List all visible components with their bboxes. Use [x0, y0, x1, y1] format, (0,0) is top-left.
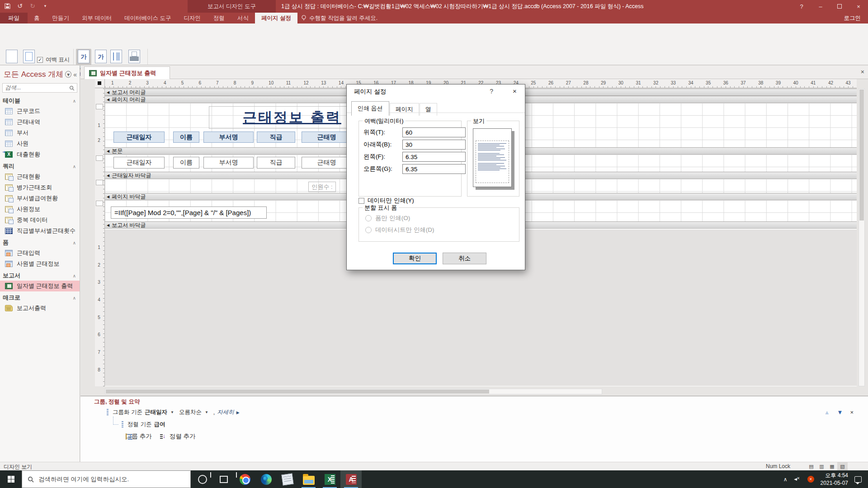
nav-search-box[interactable]: 검색... — [2, 83, 77, 93]
nav-item-일자별 근태정보 출력[interactable]: 일자별 근태정보 출력 — [0, 281, 80, 291]
ribbon-tab-페이지 설정[interactable]: 페이지 설정 — [255, 13, 297, 23]
nav-item-근태내역[interactable]: 근태내역 — [0, 117, 80, 127]
cancel-button[interactable]: 취소 — [443, 253, 486, 264]
save-icon[interactable] — [4, 2, 11, 10]
nav-section-header-보고서[interactable]: 보고서∧ — [0, 269, 80, 281]
show-margins-checkbox[interactable]: ✓ 여백 표시 — [37, 56, 70, 64]
ribbon-tab-파일[interactable]: 파일 — [0, 13, 28, 23]
section-resize-stub[interactable] — [96, 201, 103, 206]
ribbon-tab-외부 데이터[interactable]: 외부 데이터 — [75, 13, 118, 23]
collapse-chevron-icon[interactable]: ∧ — [73, 240, 76, 245]
taskbar-clock[interactable]: 오후 4:54 2021-05-07 — [821, 472, 848, 486]
collapse-chevron-icon[interactable]: ∧ — [73, 296, 76, 300]
add-sort-button[interactable]: 정렬 추가 — [160, 432, 196, 441]
count-label[interactable]: 인원수 : — [308, 182, 336, 192]
nav-item-보고서출력[interactable]: 보고서출력 — [0, 303, 80, 314]
delete-group-icon[interactable]: × — [850, 409, 854, 416]
collapse-chevron-icon[interactable]: ∧ — [73, 99, 76, 103]
tray-alert-icon[interactable]: × — [807, 476, 814, 483]
ribbon-tab-디자인[interactable]: 디자인 — [177, 13, 207, 23]
sort-field-dropdown[interactable]: 급여 — [154, 421, 165, 428]
margin-input-아래쪽(B):[interactable] — [402, 140, 466, 150]
minimize-icon[interactable]: – — [811, 0, 830, 13]
dialog-tab-열[interactable]: 열 — [420, 103, 437, 116]
document-close-icon[interactable]: × — [861, 68, 864, 75]
nav-section-header-매크로[interactable]: 매크로∧ — [0, 291, 80, 303]
detail-field-근태명[interactable]: 근태명 — [302, 157, 352, 169]
print-datasheet-only-radio[interactable]: 데이터시트만 인쇄(D) — [365, 226, 434, 234]
expand-right-icon[interactable]: ▶ — [236, 410, 240, 415]
dialog-tab-인쇄 옵션[interactable]: 인쇄 옵션 — [351, 101, 389, 116]
horizontal-scrollbar-thumb[interactable] — [106, 389, 489, 394]
section-resize-stub[interactable] — [96, 180, 103, 185]
start-button[interactable] — [0, 470, 22, 488]
ribbon-tab-정렬[interactable]: 정렬 — [207, 13, 231, 23]
vertical-ruler[interactable]: 1212345678 — [95, 89, 105, 386]
taskbar-app-cortana[interactable] — [192, 470, 213, 488]
taskbar-app-chrome[interactable] — [234, 470, 255, 488]
taskbar-app-notepad[interactable] — [277, 470, 298, 488]
header-field-이름[interactable]: 이름 — [173, 131, 199, 143]
nav-item-대출현황[interactable]: 대출현황 — [0, 149, 80, 160]
report-selector-button[interactable] — [95, 79, 105, 88]
sign-in-link[interactable]: 로그인 — [837, 13, 868, 23]
help-icon[interactable]: ? — [792, 0, 811, 13]
nav-item-직급별부서별근태횟수[interactable]: 직급별부서별근태횟수 — [0, 225, 80, 236]
taskbar-search-box[interactable]: 검색하려면 여기에 입력하십시오. — [22, 470, 191, 488]
undo-icon[interactable]: ↺ — [16, 2, 24, 10]
nav-menu-icon[interactable]: ▾ — [65, 71, 71, 78]
header-field-직급[interactable]: 직급 — [257, 131, 295, 143]
document-tab[interactable]: 일자별 근태정보 출력 — [84, 66, 170, 79]
nav-section-header-폼[interactable]: 폼∧ — [0, 236, 80, 248]
taskbar-app-taskview[interactable] — [213, 470, 234, 488]
shutter-close-icon[interactable]: « — [73, 71, 77, 78]
report-view-icon[interactable]: ▤ — [806, 462, 816, 470]
print-form-only-radio[interactable]: 폼만 인쇄(O) — [365, 214, 410, 222]
nav-item-근태입력[interactable]: 근태입력 — [0, 248, 80, 258]
ribbon-tab-만들기[interactable]: 만들기 — [46, 13, 76, 23]
nav-item-부서별급여현황[interactable]: 부서별급여현황 — [0, 193, 80, 204]
dialog-help-icon[interactable]: ? — [490, 88, 493, 95]
layout-view-icon[interactable]: ▦ — [827, 462, 837, 470]
section-resize-stub[interactable] — [96, 104, 103, 109]
group-field-dropdown[interactable]: 근태일자 — [145, 408, 167, 416]
dialog-close-icon[interactable]: × — [505, 84, 525, 98]
sort-order-dropdown[interactable]: 오름차순 — [179, 408, 202, 416]
vertical-scrollbar[interactable] — [859, 89, 865, 386]
margin-input-위쪽(T):[interactable] — [402, 127, 466, 137]
caret-down-icon[interactable]: ▼ — [205, 410, 208, 414]
taskbar-app-folder[interactable] — [298, 470, 319, 488]
design-view-icon[interactable]: ▧ — [837, 462, 848, 470]
detail-field-이름[interactable]: 이름 — [173, 157, 199, 169]
sort-row[interactable]: 정렬 기준 급여 — [113, 421, 165, 428]
group-row[interactable]: 그룹화 기준 근태일자 ▼ 오름차순 ▼ , 자세히 ▶ — [107, 408, 240, 416]
header-field-근태일자[interactable]: 근태일자 — [113, 131, 165, 143]
caret-down-icon[interactable]: ▼ — [170, 410, 174, 414]
taskbar-app-excel[interactable]: X — [319, 470, 340, 488]
ribbon-tab-데이터베이스 도구[interactable]: 데이터베이스 도구 — [118, 13, 177, 23]
nav-item-사원별 근태정보[interactable]: 사원별 근태정보 — [0, 258, 80, 269]
volume-muted-icon[interactable] — [794, 476, 801, 483]
nav-section-header-쿼리[interactable]: 쿼리∧ — [0, 160, 80, 171]
detail-field-부서명[interactable]: 부서명 — [203, 157, 254, 169]
drag-handle-icon[interactable] — [107, 409, 108, 416]
dialog-tab-페이지[interactable]: 페이지 — [390, 103, 419, 116]
nav-item-근태현황[interactable]: 근태현황 — [0, 171, 80, 182]
notification-center-icon[interactable] — [854, 476, 862, 483]
ribbon-tab-서식[interactable]: 서식 — [231, 13, 255, 23]
print-preview-icon[interactable]: ▥ — [816, 462, 827, 470]
margin-input-왼쪽(F):[interactable] — [402, 152, 466, 162]
restore-icon[interactable] — [830, 0, 849, 13]
horizontal-scrollbar[interactable] — [105, 389, 602, 394]
detail-field-직급[interactable]: 직급 — [257, 157, 295, 169]
margin-input-오른쪽(G):[interactable] — [402, 164, 466, 174]
nav-item-부서[interactable]: 부서 — [0, 127, 80, 138]
tray-expand-icon[interactable]: ∧ — [783, 476, 788, 483]
nav-section-header-테이블[interactable]: 테이블∧ — [0, 94, 80, 106]
move-up-icon[interactable]: ▲ — [824, 409, 830, 416]
drag-handle-icon[interactable] — [122, 421, 123, 428]
redo-icon[interactable]: ↻ — [29, 2, 36, 10]
tell-me-box[interactable]: 수행할 작업을 알려 주세요. — [301, 13, 377, 23]
vertical-scrollbar-thumb[interactable] — [859, 89, 864, 221]
close-icon[interactable]: × — [849, 0, 868, 13]
